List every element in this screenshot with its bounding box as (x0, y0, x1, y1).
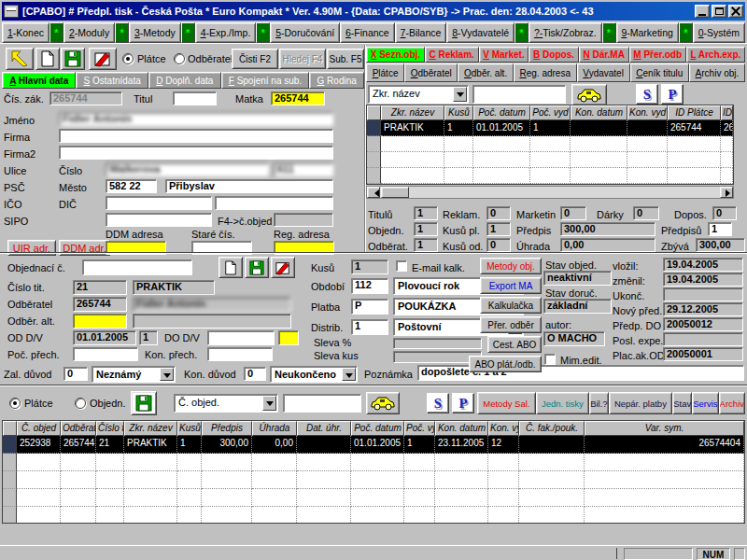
kon-duvod-field[interactable]: 0 (244, 367, 266, 381)
sleva-pct-field[interactable] (393, 338, 482, 349)
menu-star-button[interactable]: * (181, 22, 195, 43)
bottom-column-combo[interactable]: Č. objed. (174, 394, 278, 413)
email-kalk-checkbox[interactable] (396, 260, 407, 272)
p-button[interactable]: P (661, 84, 684, 105)
mim-edit-checkbox[interactable] (544, 354, 556, 365)
table-row-empty[interactable] (3, 471, 744, 489)
zal-duvod-combo[interactable]: Neznámý (92, 366, 176, 383)
od-dv-date-field[interactable]: 01.01.2005 (73, 330, 136, 345)
menu-star-button[interactable]: * (679, 22, 693, 43)
distrib-field[interactable]: 1 (351, 319, 388, 335)
cis-zak-field[interactable]: 265744 (49, 91, 122, 105)
table-row-empty[interactable] (367, 136, 733, 152)
menu-item-exp-imp[interactable]: 4-Exp./Imp. (195, 22, 257, 43)
kusu-field[interactable]: 1 (351, 259, 388, 274)
menu-item-tisk-zobraz[interactable]: ?-Tisk/Zobraz. (529, 22, 602, 43)
table-row-empty[interactable] (367, 152, 733, 168)
od-dv-num-field[interactable]: 1 (139, 330, 158, 345)
jedn-tisky-button[interactable]: Jedn. tisky (536, 392, 589, 414)
tab-dopos[interactable]: B Dopos. (529, 47, 578, 63)
bottom-search-go-button[interactable] (366, 392, 400, 414)
scroll-right-icon[interactable] (720, 187, 733, 198)
scroll-left-icon[interactable] (367, 187, 380, 198)
bottom-radio-platce[interactable] (9, 398, 21, 409)
bottom-p-button[interactable]: P (452, 393, 474, 413)
cest-abo-button[interactable]: Cest. ABO (487, 336, 542, 353)
tab-rodina[interactable]: G Rodina (309, 72, 364, 89)
tab-hlavni-data[interactable]: A Hlavní data (2, 72, 76, 89)
table-row-empty[interactable] (3, 454, 744, 471)
table-row-empty[interactable] (367, 168, 733, 184)
search-input[interactable] (472, 85, 566, 104)
chevron-down-icon[interactable] (342, 368, 356, 381)
cislo-field[interactable]: 611 (274, 162, 333, 176)
tab-spojeni-na-sub[interactable]: F Spojení na sub. (221, 72, 310, 89)
nepar-platby-button[interactable]: Nepár. platby (609, 392, 673, 414)
kalkulacka-button[interactable]: Kalkulačka (480, 297, 542, 314)
tab-odberatel[interactable]: Odběratel (404, 63, 458, 82)
menu-item-konec[interactable]: 1-Konec (2, 22, 49, 43)
tab-odber-alt[interactable]: Odběr. alt. (458, 63, 513, 82)
tab-vydavatel[interactable]: Vydavatel (577, 63, 630, 82)
stav-button[interactable]: Stav (672, 392, 692, 414)
minimize-button[interactable] (695, 5, 710, 18)
order-edit-button[interactable] (271, 257, 295, 278)
firma-field[interactable] (59, 129, 333, 143)
objednaci-c-field[interactable] (82, 259, 192, 275)
archiv-button[interactable]: Archiv (719, 392, 745, 414)
jmeno-field[interactable]: Fidler Antonín (59, 112, 333, 126)
sub-f5-button[interactable]: Sub. F5 (327, 49, 364, 69)
bil-button[interactable]: Bil.? (589, 392, 608, 414)
menu-star-button[interactable]: * (256, 22, 270, 43)
poc-prech-field[interactable] (73, 347, 138, 361)
menu-item-metody[interactable]: 3-Metody (129, 22, 181, 43)
cisti-f2-button[interactable]: Čisti F2 (232, 49, 278, 69)
menu-star-button[interactable]: * (49, 22, 63, 43)
tab-reklam[interactable]: C Reklam. (425, 47, 479, 63)
hledej-f4-button[interactable]: Hledej F4 (279, 49, 326, 69)
zal-duvod-field[interactable]: 0 (63, 367, 88, 381)
tab-doplnkova-data[interactable]: D Doplň. data (148, 72, 221, 89)
menu-star-button[interactable]: * (115, 22, 129, 43)
kon-prech-field[interactable] (207, 347, 273, 361)
table-row[interactable]: PRAKTIK 1 01.01.2005 1 265744 265744 (367, 120, 733, 136)
odberatel-field[interactable]: 265744 (73, 297, 127, 312)
search-column-combo[interactable]: Zkr. název (368, 85, 469, 104)
tab-ostatni-data[interactable]: S Ostatnídata (76, 72, 148, 89)
sipo-field[interactable] (106, 213, 212, 227)
menu-item-marketing[interactable]: 9-Marketing (616, 22, 679, 43)
tab-sezn-obj[interactable]: X Sezn.obj. (366, 47, 425, 63)
metody-obj-button[interactable]: Metody obj. (480, 258, 542, 274)
menu-item-system[interactable]: 0-Systém (693, 22, 745, 43)
do-dv-num-field[interactable] (278, 330, 299, 345)
servis-button[interactable]: Servis (692, 392, 718, 414)
menu-star-button[interactable]: * (514, 22, 529, 43)
prer-odber-button[interactable]: Přer. odběr (480, 316, 542, 333)
bottom-search-input[interactable] (283, 394, 361, 413)
back-arrow-button[interactable] (6, 48, 34, 70)
poznamka-field[interactable]: dopošlete č. 1 a 2 (417, 365, 744, 381)
order-save-button[interactable] (245, 257, 269, 278)
menu-item-vydavatele[interactable]: 8-Vydavatelé (446, 22, 514, 43)
titul-field[interactable] (173, 91, 217, 105)
maximize-button[interactable] (712, 5, 726, 18)
new-record-button[interactable] (35, 48, 60, 70)
close-button[interactable] (728, 5, 743, 18)
odber-alt-field[interactable] (73, 314, 127, 329)
menu-item-finance[interactable]: 6-Finance (340, 22, 395, 43)
scroll-thumb[interactable] (381, 187, 409, 198)
tab-prer-odb[interactable]: M Přer.odb (629, 47, 686, 63)
order-new-button[interactable] (218, 257, 243, 278)
tab-dar-ma[interactable]: N Dár.MA (579, 47, 629, 63)
tab-reg-adresa[interactable]: Reg. adresa (514, 63, 577, 82)
s-button[interactable]: S (636, 84, 658, 105)
menu-item-moduly[interactable]: 2-Moduly (63, 22, 115, 43)
tab-cenik-titulu[interactable]: Ceník titulu (630, 63, 689, 82)
do-dv-date-field[interactable] (207, 330, 275, 345)
chevron-down-icon[interactable] (160, 368, 174, 381)
table-row-empty[interactable] (3, 489, 744, 507)
tab-archiv-obj[interactable]: Archiv obj. (689, 63, 745, 82)
platba-field[interactable]: P (351, 299, 388, 315)
app-icon[interactable] (4, 5, 19, 18)
obdobi-field[interactable]: 112 (351, 278, 388, 294)
